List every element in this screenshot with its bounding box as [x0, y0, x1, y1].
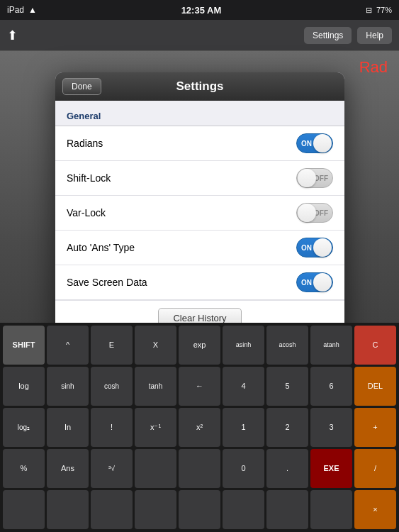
autoans-label: Auto 'Ans' Type — [67, 242, 135, 253]
key-1[interactable]: 1 — [223, 408, 264, 447]
shiftlock-row: Shift-Lock OFF — [55, 161, 344, 196]
key-4[interactable]: 4 — [223, 367, 264, 406]
status-right: ⊟ 77% — [366, 6, 392, 15]
status-bar: iPad ▲ 12:35 AM ⊟ 77% — [0, 0, 399, 20]
key-cosh[interactable]: cosh — [91, 367, 133, 406]
key-cbrt[interactable]: ³√ — [91, 449, 133, 488]
key-multiply[interactable]: × — [354, 490, 396, 529]
key-extra8[interactable] — [310, 490, 352, 529]
key-del[interactable]: DEL — [354, 367, 396, 406]
autoans-toggle-label: ON — [301, 244, 312, 252]
key-asinh[interactable]: asinh — [223, 326, 264, 365]
section-header-general: General — [55, 101, 344, 126]
key-atanh[interactable]: atanh — [310, 326, 352, 365]
key-caret[interactable]: ^ — [47, 326, 89, 365]
key-extra1[interactable] — [3, 490, 45, 529]
key-empty1[interactable] — [135, 449, 176, 488]
savescreendata-row: Save Screen Data ON — [55, 265, 344, 300]
key-backspace[interactable]: ← — [179, 367, 220, 406]
key-x[interactable]: X — [135, 326, 176, 365]
savescreendata-toggle[interactable]: ON — [296, 272, 333, 292]
key-log[interactable]: log — [3, 367, 45, 406]
radians-toggle[interactable]: ON — [296, 133, 333, 153]
key-e[interactable]: E — [91, 326, 133, 365]
key-extra7[interactable] — [266, 490, 308, 529]
share-icon[interactable]: ⬆ — [7, 28, 18, 43]
key-extra3[interactable] — [91, 490, 133, 529]
autoans-row: Auto 'Ans' Type ON — [55, 231, 344, 265]
savescreendata-toggle-knob — [313, 273, 332, 292]
radians-row: Radians ON — [55, 126, 344, 161]
radians-toggle-label: ON — [301, 140, 312, 148]
key-acosh[interactable]: acosh — [266, 326, 308, 365]
status-left: iPad ▲ — [7, 5, 37, 15]
key-exp[interactable]: exp — [179, 326, 220, 365]
key-x2[interactable]: x² — [179, 408, 220, 447]
savescreendata-label: Save Screen Data — [67, 277, 147, 288]
key-extra5[interactable] — [179, 490, 220, 529]
key-x-inv[interactable]: x⁻¹ — [135, 408, 176, 447]
shiftlock-label: Shift-Lock — [67, 172, 111, 184]
key-sinh[interactable]: sinh — [47, 367, 89, 406]
kb-row-3: log₂ In ! x⁻¹ x² 1 2 3 + — [3, 408, 396, 447]
kb-row-4: % Ans ³√ 0 . EXE / — [3, 449, 396, 488]
savescreendata-toggle-label: ON — [301, 279, 312, 287]
key-empty2[interactable] — [179, 449, 220, 488]
key-percent[interactable]: % — [3, 449, 45, 488]
radians-label: Radians — [67, 138, 103, 149]
ipad-label: iPad — [7, 5, 24, 15]
modal-header: Done Settings — [55, 72, 344, 101]
kb-row-1: SHIFT ^ E X exp asinh acosh atanh C — [3, 326, 396, 365]
wifi-icon: ▲ — [28, 5, 37, 15]
modal-title: Settings — [176, 79, 223, 94]
autoans-toggle-knob — [313, 238, 332, 257]
key-divide[interactable]: / — [354, 449, 396, 488]
keyboard-area: SHIFT ^ E X exp asinh acosh atanh C log … — [0, 323, 399, 532]
key-factorial[interactable]: ! — [91, 408, 133, 447]
settings-button[interactable]: Settings — [304, 27, 352, 44]
help-button[interactable]: Help — [357, 27, 392, 44]
rad-label: Rad — [359, 58, 388, 77]
autoans-toggle[interactable]: ON — [296, 238, 333, 257]
key-plus[interactable]: + — [354, 408, 396, 447]
status-time: 12:35 AM — [181, 5, 222, 16]
key-tanh[interactable]: tanh — [135, 367, 176, 406]
varlock-toggle[interactable]: OFF — [296, 203, 333, 223]
shiftlock-toggle[interactable]: OFF — [296, 168, 333, 188]
key-shift[interactable]: SHIFT — [3, 326, 45, 365]
kb-row-2: log sinh cosh tanh ← 4 5 6 DEL — [3, 367, 396, 406]
kb-row-5: × — [3, 490, 396, 529]
key-extra6[interactable] — [223, 490, 264, 529]
battery-icon: ⊟ — [366, 6, 372, 15]
key-5[interactable]: 5 — [266, 367, 308, 406]
varlock-row: Var-Lock OFF — [55, 196, 344, 231]
radians-toggle-knob — [313, 134, 332, 153]
key-extra2[interactable] — [47, 490, 89, 529]
key-exe[interactable]: EXE — [310, 449, 352, 488]
nav-bar: ⬆ Settings Help — [0, 20, 399, 51]
shiftlock-toggle-label: OFF — [314, 174, 328, 182]
key-extra4[interactable] — [135, 490, 176, 529]
key-ans[interactable]: Ans — [47, 449, 89, 488]
calc-area: Rad Done Settings General Radians ON — [0, 51, 399, 532]
shiftlock-toggle-knob — [298, 169, 316, 187]
key-ln[interactable]: In — [47, 408, 89, 447]
done-button[interactable]: Done — [62, 78, 101, 95]
varlock-toggle-knob — [298, 204, 316, 222]
varlock-toggle-label: OFF — [314, 209, 328, 217]
key-6[interactable]: 6 — [310, 367, 352, 406]
key-log2[interactable]: log₂ — [3, 408, 45, 447]
key-0[interactable]: 0 — [223, 449, 264, 488]
general-group: Radians ON Shift-Lock OFF Var-Lo — [55, 126, 344, 336]
battery-label: 77% — [376, 6, 392, 14]
key-3[interactable]: 3 — [310, 408, 352, 447]
key-2[interactable]: 2 — [266, 408, 308, 447]
varlock-label: Var-Lock — [67, 207, 106, 218]
key-c[interactable]: C — [354, 326, 396, 365]
key-dot[interactable]: . — [266, 449, 308, 488]
